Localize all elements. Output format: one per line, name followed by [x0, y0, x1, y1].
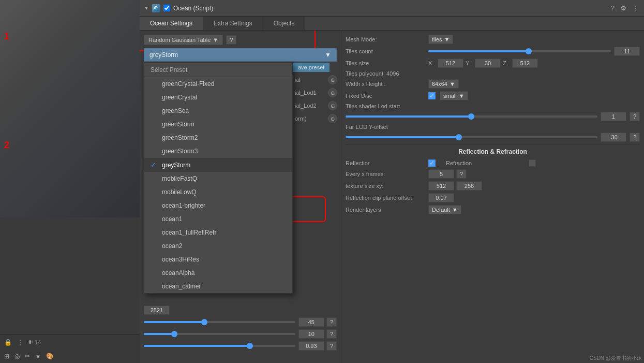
far-lod-help-button[interactable]: ?: [630, 133, 640, 142]
grid-icon[interactable]: ⊞: [3, 352, 10, 361]
field-value-093: 0.93: [298, 341, 324, 351]
tiles-shader-lod-value[interactable]: 1: [601, 112, 626, 121]
dropdown-item-greencrystal[interactable]: greenCrystal: [144, 91, 292, 104]
mesh-mode-dropdown[interactable]: tiles ▼: [428, 35, 453, 44]
field-help-button-45[interactable]: ?: [326, 317, 337, 327]
dropdown-item-ocean-calmer[interactable]: ocean_calmer: [144, 280, 292, 293]
field-row-45: 45 ?: [144, 317, 337, 327]
lock-icon[interactable]: 🔒: [3, 338, 13, 347]
dropdown-item-ocean1-fullreflrefr[interactable]: ocean1_fullReflRefr: [144, 226, 292, 239]
dropdown-item-oceanalpha[interactable]: oceanAlpha: [144, 266, 292, 280]
slider-thumb-10[interactable]: [171, 331, 177, 337]
tiles-size-x-input[interactable]: 512: [438, 59, 463, 68]
component-enabled-checkbox[interactable]: [163, 5, 170, 11]
tiles-count-track[interactable]: [428, 50, 611, 52]
tiles-shader-lod-slider-row: 1 ?: [346, 112, 640, 121]
slider-thumb-45[interactable]: [201, 319, 207, 325]
field-help-button-10[interactable]: ?: [326, 329, 337, 339]
tab-objects[interactable]: Objects: [263, 17, 306, 30]
width-height-dropdown[interactable]: 64x64 ▼: [428, 79, 459, 89]
preset-dropdown[interactable]: greyStorm ▼: [144, 48, 337, 62]
star-icon[interactable]: ★: [34, 352, 42, 361]
tiles-count-thumb[interactable]: [526, 48, 532, 54]
clip-plane-value[interactable]: 0.07: [428, 193, 454, 202]
watermark: CSDN @爱看书的小沐: [590, 355, 642, 362]
circle-button-3[interactable]: ⊙: [328, 101, 337, 110]
tiles-count-value[interactable]: 11: [614, 47, 640, 56]
width-height-dropdown-arrow: ▼: [450, 81, 455, 87]
random-gaussian-button[interactable]: Random Gaussian Table ▼: [144, 35, 223, 45]
far-lod-value[interactable]: -30: [601, 133, 626, 142]
tab-extra-settings[interactable]: Extra Settings: [203, 17, 263, 30]
field-slider-093[interactable]: [144, 345, 295, 347]
tiles-count-fill: [428, 50, 529, 52]
paint-icon[interactable]: 🎨: [45, 352, 55, 361]
fixed-disc-dropdown[interactable]: small ▼: [440, 91, 468, 100]
tiles-size-y-input[interactable]: 30: [475, 59, 501, 68]
tiles-shader-lod-fill: [346, 115, 471, 118]
dropdown-item-greencrystal-fixed[interactable]: greenCrystal-Fixed: [144, 77, 292, 91]
far-lod-track[interactable]: [346, 136, 597, 138]
menu-dots-icon[interactable]: ⋮: [16, 338, 24, 347]
dropdown-item-greenstorm2[interactable]: greenStorm2: [144, 131, 292, 144]
every-x-frames-row: Every x frames: 5 ?: [346, 169, 640, 179]
tiles-shader-lod-thumb[interactable]: [468, 113, 474, 120]
refraction-checkbox[interactable]: [529, 159, 536, 167]
dropdown-item-mobilelowq[interactable]: mobileLowQ: [144, 185, 292, 199]
every-x-frames-help-button[interactable]: ?: [456, 169, 467, 179]
tiles-shader-lod-help-button[interactable]: ?: [630, 112, 640, 121]
tiles-shader-lod-row: Tiles shader Lod start: [346, 103, 640, 109]
far-lod-thumb[interactable]: [456, 134, 462, 140]
dropdown-item-greystorm[interactable]: ✓ greyStorm: [144, 158, 292, 172]
dropdown-item-ocean3hires[interactable]: ocean3HiRes: [144, 253, 292, 266]
save-preset-button[interactable]: ave preset: [293, 63, 330, 72]
component-title: Ocean (Script): [173, 5, 607, 12]
clip-plane-label: Reflection clip plane offset: [346, 195, 428, 201]
every-x-frames-value[interactable]: 5: [428, 169, 454, 179]
far-lod-slider-row: -30 ?: [346, 133, 640, 142]
tab-ocean-settings[interactable]: Ocean Settings: [140, 17, 203, 30]
dropdown-item-ocean1-brighter[interactable]: ocean1-brighter: [144, 199, 292, 212]
field-slider-45[interactable]: [144, 321, 295, 323]
brush-icon[interactable]: ✏: [24, 352, 31, 361]
dropdown-item-ocean1[interactable]: ocean1: [144, 212, 292, 226]
settings-right-panel: Mesh Mode: tiles ▼ Tiles count 11: [341, 31, 644, 363]
field-row-093: 0.93 ?: [144, 341, 337, 351]
field-value-10: 10: [298, 329, 324, 339]
dropdown-item-greenstorm3[interactable]: greenStorm3: [144, 144, 292, 158]
tiles-size-z-input[interactable]: 512: [512, 59, 538, 68]
field-value-2521: 2521: [144, 306, 170, 315]
dropdown-item-label: ocean3HiRes: [162, 256, 199, 263]
preset-dropdown-menu: Select Preset greenCrystal-Fixed greenCr…: [144, 63, 293, 294]
dropdown-item-greenstorm[interactable]: greenStorm: [144, 118, 292, 131]
circle-button-2[interactable]: ⊙: [328, 88, 337, 97]
fixed-disc-checkbox[interactable]: ✓: [428, 92, 436, 99]
tiles-shader-lod-label: Tiles shader Lod start: [346, 103, 428, 109]
dropdown-item-label: oceanAlpha: [162, 269, 194, 277]
badge: 👁 14: [27, 339, 41, 345]
circle-button-4[interactable]: ⊙: [328, 114, 337, 123]
dropdown-item-ocean2[interactable]: ocean2: [144, 239, 292, 253]
field-help-button-093[interactable]: ?: [326, 341, 337, 351]
random-gaussian-help-button[interactable]: ?: [226, 35, 236, 45]
badge-count: 14: [35, 339, 41, 345]
texture-size-value2[interactable]: 256: [456, 181, 482, 191]
slider-thumb-093[interactable]: [247, 343, 253, 349]
reflection-checkbox[interactable]: ✓: [428, 159, 436, 167]
texture-size-value1[interactable]: 512: [428, 181, 454, 191]
expand-arrow-icon[interactable]: ▼: [144, 5, 149, 11]
render-layers-dropdown[interactable]: Default ▼: [428, 205, 461, 214]
help-icon[interactable]: ?: [610, 4, 616, 13]
field-slider-10[interactable]: [144, 333, 295, 335]
dropdown-item-mobilefastq[interactable]: mobileFastQ: [144, 172, 292, 185]
settings-icon[interactable]: ⚙: [620, 4, 627, 13]
layers-icon[interactable]: ◎: [13, 352, 21, 361]
checkmark-icon: ✓: [151, 161, 158, 169]
overflow-menu-icon[interactable]: ⋮: [632, 4, 640, 13]
dropdown-item-greensea[interactable]: greenSea: [144, 104, 292, 118]
circle-button-1[interactable]: ⊙: [328, 75, 337, 84]
behind-row-1: ial ⊙: [293, 74, 339, 85]
tiles-shader-lod-track[interactable]: [346, 115, 597, 118]
slider-fill-093: [144, 345, 250, 347]
dropdown-header: Select Preset: [144, 63, 292, 77]
